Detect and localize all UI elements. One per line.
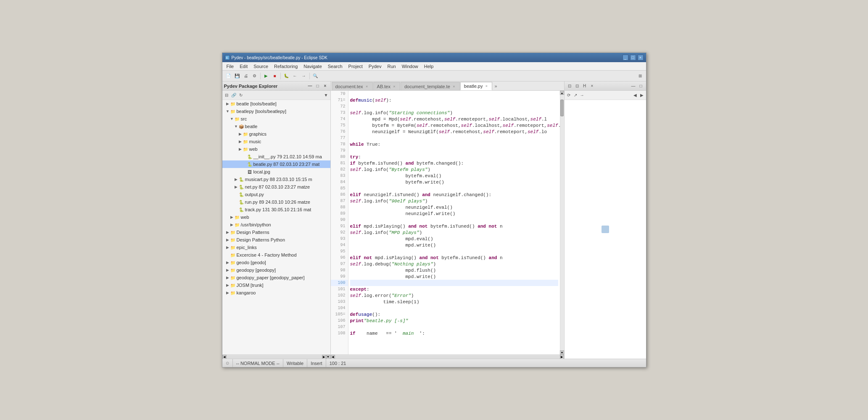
tree-item-epic-links[interactable]: ▶ 📁 epic_links bbox=[222, 244, 330, 251]
arrow-josm: ▶ bbox=[226, 283, 230, 287]
line-85: 85 bbox=[331, 185, 348, 192]
menu-search[interactable]: Search bbox=[325, 63, 345, 70]
folder-icon-usr-bin: 📁 bbox=[234, 222, 240, 228]
code-editor[interactable]: 70 71= 72 73 74 75 76 77 78 79 80 81 82 … bbox=[331, 91, 564, 354]
tree-item-net[interactable]: ▶ 🐍 net.py 87 02.03.10 23:27 matze bbox=[222, 183, 330, 191]
tree-item-design-patterns-py[interactable]: ▶ 📁 Design Patterns Python bbox=[222, 236, 330, 244]
tree-item-init[interactable]: 🐍 __init__.py 79 21.02.10 14:59 ma bbox=[222, 153, 330, 160]
toolbar-nav-back[interactable]: ← bbox=[291, 72, 299, 80]
toolbar-print[interactable]: 🖨 bbox=[242, 72, 250, 80]
right-tool-btn2[interactable]: ↗ bbox=[572, 92, 579, 99]
tree-item-web2[interactable]: ▶ 📁 web bbox=[222, 213, 330, 221]
left-panel-scrollbar-h[interactable]: ◀ ▶ ▼ bbox=[222, 354, 330, 359]
menu-edit[interactable]: Edit bbox=[237, 63, 250, 70]
tab-document-template[interactable]: document_template.te × bbox=[401, 82, 460, 90]
tree-item-src[interactable]: ▼ 📁 src bbox=[222, 115, 330, 123]
close-button[interactable]: × bbox=[638, 55, 644, 60]
right-panel-icon1[interactable]: ⊡ bbox=[566, 83, 573, 89]
right-panel-body: ⟳ ↗ → ◀ ▶ bbox=[565, 91, 646, 359]
tree-item-geodo[interactable]: ▶ 📁 geodo [geodo] bbox=[222, 259, 330, 266]
toolbar-search[interactable]: 🔍 bbox=[311, 72, 319, 80]
toolbar-nav-fwd[interactable]: → bbox=[300, 72, 308, 80]
scroll-left-btn[interactable]: ◀ bbox=[222, 355, 227, 359]
scroll-down-corner[interactable]: ▼ bbox=[326, 355, 330, 359]
scroll-down-btn[interactable]: ▼ bbox=[560, 350, 564, 354]
toolbar-debug[interactable]: 🐛 bbox=[282, 72, 290, 80]
panel-close-btn[interactable]: × bbox=[322, 83, 329, 89]
right-panel-icon3[interactable]: H bbox=[581, 83, 588, 89]
tree-item-web[interactable]: ▶ 📁 web bbox=[222, 145, 330, 153]
right-tool-btn5[interactable]: ▶ bbox=[638, 92, 645, 99]
menu-window[interactable]: Window bbox=[399, 63, 421, 70]
tree-item-run[interactable]: 🐍 run.py 89 24.03.10 10:26 matze bbox=[222, 198, 330, 206]
right-tool-btn3[interactable]: → bbox=[579, 92, 586, 99]
tree-item-geodopy-paper[interactable]: ▶ 📁 geodopy_paper [geodopy_paper] bbox=[222, 274, 330, 281]
minimize-button[interactable]: _ bbox=[623, 55, 628, 60]
menu-refactoring[interactable]: Refactoring bbox=[272, 63, 300, 70]
sync-btn[interactable]: ↻ bbox=[237, 92, 244, 99]
toolbar-perspective[interactable]: ⊞ bbox=[636, 72, 644, 80]
toolbar-new[interactable]: 📄 bbox=[224, 72, 232, 80]
editor-scroll-right-btn[interactable]: ▶ bbox=[560, 355, 564, 359]
menu-navigate[interactable]: Navigate bbox=[301, 63, 324, 70]
menu-source[interactable]: Source bbox=[251, 63, 271, 70]
tree-label-run: run.py 89 24.03.10 10:26 matze bbox=[245, 200, 310, 205]
tree-item-kangaroo[interactable]: ▶ 📁 kangaroo bbox=[222, 289, 330, 297]
toolbar-stop[interactable]: ■ bbox=[271, 72, 279, 80]
line-89: 89 bbox=[331, 210, 348, 217]
tree-label-geodopy: geodopy [geodopy] bbox=[237, 268, 276, 273]
tree-item-beatle-pkg[interactable]: ▼ 📦 beatle bbox=[222, 123, 330, 130]
collapse-all-btn[interactable]: ⊟ bbox=[223, 92, 230, 99]
tree-item-output[interactable]: 🐍 output.py bbox=[222, 191, 330, 198]
menu-file[interactable]: File bbox=[224, 63, 237, 70]
line-91: 91 bbox=[331, 223, 348, 229]
right-panel-minimize[interactable]: — bbox=[630, 83, 637, 89]
tree-item-design-patterns[interactable]: ▶ 📁 Design Patterns bbox=[222, 228, 330, 236]
tree-item-usr-bin[interactable]: ▶ 📁 /usr/bin/python bbox=[222, 221, 330, 228]
right-panel-close[interactable]: × bbox=[589, 83, 596, 89]
code-content[interactable]: def music(self): self.log.info("Starting… bbox=[348, 91, 560, 354]
toolbar-save[interactable]: 💾 bbox=[233, 72, 241, 80]
right-panel-icon2[interactable]: ⊡ bbox=[574, 83, 580, 89]
tree-item-local-jpg[interactable]: 🖼 local.jpg bbox=[222, 168, 330, 176]
tree-item-track[interactable]: 🐍 track.py 131 30.05.10 21:16 mat bbox=[222, 206, 330, 213]
panel-maximize-btn[interactable]: □ bbox=[314, 83, 321, 89]
menu-help[interactable]: Help bbox=[422, 63, 436, 70]
tree-item-beatle-py[interactable]: 🐍 beatle.py 87 02.03.10 23:27 mat bbox=[222, 160, 330, 168]
tab-overflow-button[interactable]: » bbox=[493, 82, 499, 90]
right-panel-maximize[interactable]: □ bbox=[638, 83, 644, 89]
code-line-106: print "beatle.py [-s]" bbox=[350, 318, 558, 324]
menu-run[interactable]: Run bbox=[385, 63, 398, 70]
panel-minimize-btn[interactable]: — bbox=[307, 83, 314, 89]
tab-ab-tex[interactable]: AB.tex × bbox=[373, 82, 400, 90]
toolbar-build[interactable]: ⚙ bbox=[251, 72, 259, 80]
tab-close-beatle-py[interactable]: × bbox=[484, 84, 488, 88]
tree-item-musicart[interactable]: ▶ 🐍 musicart.py 88 23.03.10 15:15 m bbox=[222, 176, 330, 183]
scroll-track-v[interactable] bbox=[560, 95, 564, 350]
tab-document-tex[interactable]: document.tex × bbox=[332, 82, 373, 90]
toolbar-run[interactable]: ▶ bbox=[262, 72, 270, 80]
scroll-up-btn[interactable]: ▲ bbox=[560, 91, 564, 95]
tab-close-ab-tex[interactable]: × bbox=[392, 84, 396, 89]
tree-item-excercise[interactable]: 📁 Excercise 4 - Factory Method bbox=[222, 251, 330, 259]
tree-item-graphics[interactable]: ▶ 📁 graphics bbox=[222, 130, 330, 138]
right-tool-btn4[interactable]: ◀ bbox=[632, 92, 638, 99]
editor-scrollbar-v[interactable]: ▲ ▼ bbox=[560, 91, 564, 354]
tab-beatle-py[interactable]: beatle.py × bbox=[460, 82, 493, 90]
tree-item-geodopy[interactable]: ▶ 📁 geodopy [geodopy] bbox=[222, 266, 330, 274]
tab-close-document-tex[interactable]: × bbox=[365, 84, 369, 89]
maximize-button[interactable]: □ bbox=[630, 55, 636, 60]
menu-project[interactable]: Project bbox=[346, 63, 365, 70]
right-tool-btn1[interactable]: ⟳ bbox=[565, 92, 572, 99]
tree-item-beatle[interactable]: ▶ 📁 beatle [tools/beatle] bbox=[222, 100, 330, 108]
tab-close-document-template[interactable]: × bbox=[452, 84, 456, 89]
tree-item-josm[interactable]: ▶ 📁 JOSM [trunk] bbox=[222, 281, 330, 289]
link-with-editor-btn[interactable]: 🔗 bbox=[230, 92, 237, 99]
scroll-right-btn[interactable]: ▶ bbox=[322, 355, 326, 359]
panel-menu-btn[interactable]: ▼ bbox=[323, 92, 330, 99]
tree-item-beatlepy[interactable]: ▼ 📁 beatlepy [tools/beatlepy] bbox=[222, 108, 330, 115]
editor-scrollbar-h[interactable]: ◀ ▶ bbox=[331, 354, 564, 359]
menu-pydev[interactable]: Pydev bbox=[366, 63, 384, 70]
tree-item-music[interactable]: ▶ 📁 music bbox=[222, 138, 330, 145]
editor-scroll-left-btn[interactable]: ◀ bbox=[331, 355, 335, 359]
